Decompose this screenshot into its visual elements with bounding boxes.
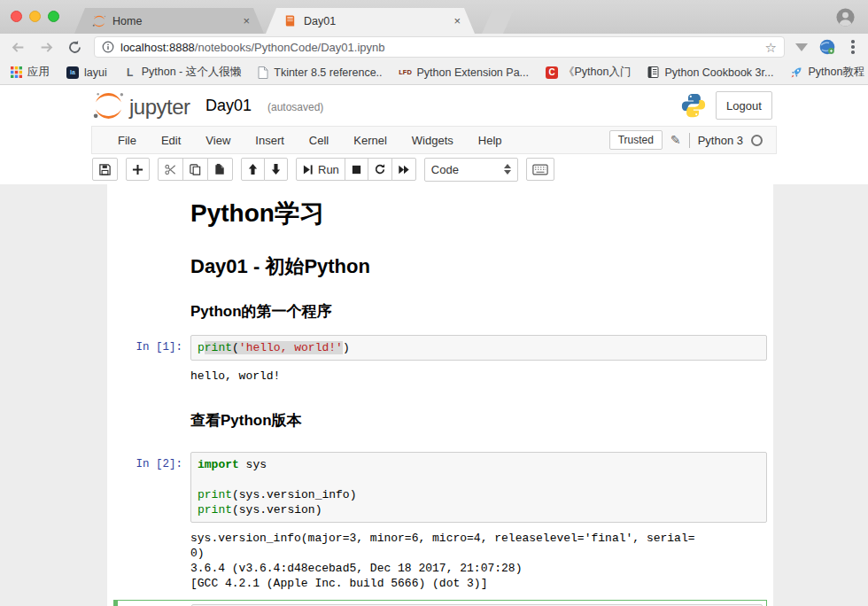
- rocket-icon: [790, 66, 802, 79]
- markdown-cell-version[interactable]: 查看Python版本: [113, 410, 767, 444]
- cell-type-value: Code: [431, 163, 459, 176]
- input-prompt: In [1]:: [113, 335, 190, 361]
- bookmark-tkinter[interactable]: Tkinter 8.5 reference..: [258, 66, 382, 79]
- select-arrows-icon: [504, 164, 511, 175]
- restart-kernel-button[interactable]: [368, 158, 392, 181]
- cut-cell-button[interactable]: [158, 158, 183, 181]
- markdown-cell-title[interactable]: Python学习: [113, 197, 767, 253]
- page-icon: [258, 66, 268, 79]
- code-cell-1[interactable]: In [1]: print('hello, world!'): [113, 335, 767, 361]
- markdown-cell-first-program[interactable]: Python的第一个程序: [113, 301, 767, 335]
- bookmark-label: Python Cookbook 3r...: [664, 66, 773, 79]
- bookmark-star-icon[interactable]: ☆: [765, 41, 777, 54]
- new-tab-button[interactable]: [482, 10, 514, 34]
- chrome-menu-icon[interactable]: [847, 40, 859, 54]
- profile-avatar-icon[interactable]: [835, 7, 856, 27]
- notebook-background: Python学习 Day01 - 初始Python Python的第一个程序 I…: [0, 184, 868, 606]
- menu-file[interactable]: File: [105, 134, 149, 147]
- save-button[interactable]: [92, 158, 118, 181]
- extension-v-icon[interactable]: [795, 43, 808, 51]
- address-bar[interactable]: localhost:8888/notebooks/PythonCode/Day0…: [94, 36, 785, 58]
- lfd-text-icon: LFD: [399, 66, 412, 79]
- bookmark-python-extension[interactable]: LFD Python Extension Pa...: [399, 66, 529, 79]
- bookmark-label: 应用: [27, 65, 50, 80]
- jupyter-header: jupyter Day01 (autosaved) Logout: [0, 85, 868, 126]
- move-cell-down-button[interactable]: [264, 158, 288, 181]
- jupyter-logo[interactable]: jupyter: [92, 91, 190, 120]
- menu-cell[interactable]: Cell: [297, 134, 341, 147]
- minimize-window-button[interactable]: [29, 11, 41, 22]
- copy-cell-button[interactable]: [182, 158, 208, 181]
- close-window-button[interactable]: [11, 11, 22, 22]
- globe-extension-icon[interactable]: [818, 38, 836, 56]
- tab-home[interactable]: Home ×: [74, 8, 264, 34]
- book-icon: [647, 66, 659, 78]
- move-cell-up-button[interactable]: [241, 158, 265, 181]
- reload-icon[interactable]: [66, 38, 83, 56]
- notebook-book-favicon: [283, 14, 298, 28]
- zoom-window-button[interactable]: [48, 11, 59, 22]
- browser-tab-strip: Home × Day01 ×: [0, 0, 868, 34]
- output-text: hello, world!: [190, 367, 767, 384]
- url-text[interactable]: localhost:8888/notebooks/PythonCode/Day0…: [120, 41, 759, 54]
- cell-type-select[interactable]: Code: [424, 158, 518, 182]
- notebook-heading3-b: 查看Python版本: [190, 410, 767, 431]
- menubar-row: File Edit View Insert Cell Kernel Widget…: [0, 126, 868, 154]
- code-cell-2[interactable]: In [2]: import sys print(sys.version_inf…: [113, 452, 767, 523]
- python-logo-icon: [680, 92, 707, 119]
- interrupt-kernel-button[interactable]: [345, 158, 368, 181]
- bookmark-cookbook[interactable]: Python Cookbook 3r...: [647, 66, 773, 79]
- bookmark-label: Tkinter 8.5 reference..: [274, 66, 382, 79]
- menu-view[interactable]: View: [193, 134, 243, 147]
- restart-run-all-button[interactable]: [391, 158, 416, 181]
- bookmark-label: 《Python入门: [563, 65, 631, 80]
- code-input-area[interactable]: import sys print(sys.version_info)print(…: [190, 452, 767, 523]
- code-cell-3-selected[interactable]: In [ ]:: [113, 600, 767, 606]
- red-c-icon: C: [546, 66, 558, 79]
- url-path: /notebooks/PythonCode/Day01.ipynb: [195, 41, 385, 54]
- menu-widgets[interactable]: Widgets: [399, 134, 466, 147]
- bookmark-python-tutorial[interactable]: Python教程: [790, 65, 864, 80]
- code-input-area[interactable]: print('hello, world!'): [190, 335, 767, 361]
- bookmark-python-intro[interactable]: C 《Python入门: [546, 65, 631, 80]
- notebook-heading2: Day01 - 初始Python: [190, 253, 767, 280]
- jupyter-menubar: File Edit View Insert Cell Kernel Widget…: [91, 126, 777, 154]
- run-cell-button[interactable]: Run: [296, 158, 345, 181]
- tab-label: Home: [112, 15, 234, 27]
- paste-cell-button[interactable]: [207, 158, 233, 181]
- window-controls: [11, 11, 59, 22]
- output-area-2: sys.version_info(major=3, minor=6, micro…: [113, 529, 767, 591]
- run-label: Run: [318, 163, 339, 176]
- bookmarks-bar: 应用 la layui L Python - 这个人很懒 Tkinter 8.5…: [0, 60, 868, 85]
- bookmark-apps[interactable]: 应用: [11, 65, 50, 80]
- jupyter-brand-text: jupyter: [129, 94, 190, 120]
- layui-badge-icon: la: [66, 66, 79, 79]
- tab-day01[interactable]: Day01 ×: [266, 8, 475, 34]
- bookmark-layui[interactable]: la layui: [66, 66, 107, 79]
- menu-insert[interactable]: Insert: [243, 134, 297, 147]
- notebook-heading3-a: Python的第一个程序: [190, 301, 767, 322]
- info-icon[interactable]: [102, 41, 114, 53]
- autosave-status: (autosaved): [267, 101, 323, 113]
- output-text: sys.version_info(major=3, minor=6, micro…: [190, 529, 767, 591]
- input-prompt: In [2]:: [113, 452, 190, 523]
- markdown-cell-day01[interactable]: Day01 - 初始Python: [113, 253, 767, 301]
- kernel-name: Python 3: [698, 134, 743, 147]
- close-tab-icon[interactable]: ×: [452, 14, 462, 27]
- menu-help[interactable]: Help: [466, 134, 515, 147]
- insert-cell-below-button[interactable]: [126, 158, 150, 181]
- back-icon[interactable]: [9, 38, 27, 56]
- forward-icon[interactable]: [37, 38, 55, 56]
- command-palette-button[interactable]: [526, 158, 554, 181]
- menu-kernel[interactable]: Kernel: [341, 134, 399, 147]
- jupyter-favicon: [92, 14, 106, 28]
- menu-edit[interactable]: Edit: [149, 134, 193, 147]
- bookmark-label: layui: [84, 66, 107, 79]
- letter-l-icon: L: [124, 66, 136, 79]
- bookmark-python-lazy[interactable]: L Python - 这个人很懒: [124, 65, 242, 80]
- notebook-title[interactable]: Day01: [205, 97, 252, 115]
- trusted-badge[interactable]: Trusted: [609, 130, 663, 150]
- close-tab-icon[interactable]: ×: [241, 14, 252, 27]
- browser-window: Home × Day01 ×: [0, 0, 868, 606]
- logout-button[interactable]: Logout: [716, 91, 772, 120]
